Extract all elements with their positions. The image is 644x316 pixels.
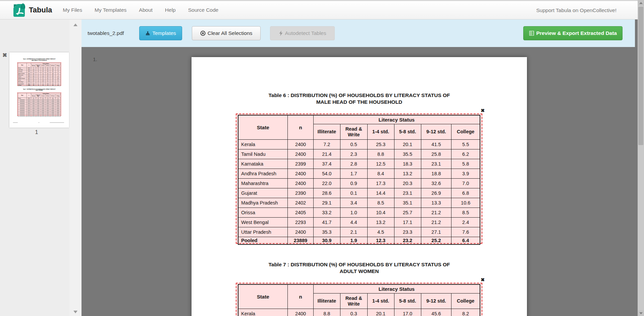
nav-link-source-code[interactable]: Source Code xyxy=(188,7,218,13)
table6-title-line1: Table 6 : DISTRIBUTION (%) OF HOUSEHOLDS… xyxy=(192,92,527,99)
table-row: Andhra Pradesh240054.01.78.413.218.83.9 xyxy=(238,169,480,179)
pdf-viewer: 1. Table 6 : DISTRIBUTION (%) OF HOUSEHO… xyxy=(82,47,638,316)
table6-title: Table 6 : DISTRIBUTION (%) OF HOUSEHOLDS… xyxy=(9,59,69,61)
table6-selection-box[interactable]: ✖ StatenLiteracy StatusIlliterateRead & … xyxy=(236,114,482,244)
clear-all-selections-button[interactable]: Clear All Selections xyxy=(192,26,261,40)
sidebar-scroll-down-icon[interactable] xyxy=(73,311,77,313)
remove-selection-icon[interactable]: ✖ xyxy=(481,108,485,113)
table7: StatenLiteracy StatusIlliterateRead & Wr… xyxy=(238,284,480,316)
table7: StatenLiteracy StatusIlliterateRead & Wr… xyxy=(18,93,61,117)
table-row: Gujarat239028.60.114.423.126.96.8 xyxy=(238,188,480,198)
table-list-icon xyxy=(529,31,534,36)
templates-button[interactable]: Templates xyxy=(139,26,182,40)
table-row: West Bengal229341.74.413.217.121.22.4 xyxy=(238,218,480,227)
export-button-label: Preview & Export Extracted Data xyxy=(536,30,617,36)
scroll-down-button[interactable] xyxy=(638,310,644,316)
footer-text-left xyxy=(13,122,18,123)
footer-text-center xyxy=(39,122,40,123)
page-list-marker: 1. xyxy=(93,56,97,62)
table7-title-line2: ADULT WOMEN xyxy=(192,268,527,275)
sidebar: ✖ Table 6 : DISTRIBUTION (%) OF HOUSEHOL… xyxy=(0,19,69,316)
scroll-down-icon xyxy=(639,312,643,314)
main-panel: twotables_2.pdf Templates Clear All Sele… xyxy=(82,19,638,316)
support-opencollective-link[interactable]: Support Tabula on OpenCollective! xyxy=(536,1,616,19)
circle-x-icon xyxy=(200,31,206,36)
nav-link-help[interactable]: Help xyxy=(165,7,176,13)
table-row: Uttar Pradesh240035.32.14.523.327.17.6 xyxy=(238,227,480,237)
table-row: Kerala24008.80.320.117.045.68.2 xyxy=(238,309,480,316)
pdf-page[interactable]: Table 6 : DISTRIBUTION (%) OF HOUSEHOLDS… xyxy=(192,57,527,316)
scroll-up-icon xyxy=(639,2,643,4)
table-row: Pooled2388930.91.912.323.225.26.4 xyxy=(238,237,480,244)
table-row: Kerala24007.20.525.320.141.55.5 xyxy=(238,140,480,149)
table-row xyxy=(18,115,60,117)
thumbnail-page-number: 1 xyxy=(9,129,64,135)
table-row: Maharashtra240022.00.917.320.332.67.0 xyxy=(238,179,480,188)
nav-link-about[interactable]: About xyxy=(139,7,153,13)
toolbar: twotables_2.pdf Templates Clear All Sele… xyxy=(82,19,635,47)
pdf-page-surface: Table 6 : DISTRIBUTION (%) OF HOUSEHOLDS… xyxy=(9,52,69,128)
table7-title-line1: Table 7 : DISTRIBUTION (%) OF HOUSEHOLDS… xyxy=(192,261,527,268)
close-page-icon[interactable]: ✖ xyxy=(2,52,7,58)
page-footer xyxy=(9,122,69,123)
table6: StatenLiteracy StatusIlliterateRead & Wr… xyxy=(18,63,61,86)
document-filename: twotables_2.pdf xyxy=(88,30,129,36)
navbar: Tabula My Files My Templates About Help … xyxy=(0,1,638,19)
tabula-pdf-logo-icon xyxy=(13,3,26,17)
scrollbar-thumb[interactable] xyxy=(638,7,643,145)
sidebar-scroll-up-icon[interactable] xyxy=(73,24,77,26)
brand-title: Tabula xyxy=(29,6,52,14)
preview-export-button[interactable]: Preview & Export Extracted Data xyxy=(523,26,623,40)
table-row: Orissa240533.21.010.425.721.28.5 xyxy=(238,208,480,218)
table7-title: Table 7 : DISTRIBUTION (%) OF HOUSEHOLDS… xyxy=(192,261,527,275)
remove-selection-icon[interactable]: ✖ xyxy=(481,277,485,282)
table6-title-line2: MALE HEAD OF THE HOUSEHOLD xyxy=(9,60,69,61)
table7-selection-box[interactable]: ✖ StatenLiteracy StatusIlliterateRead & … xyxy=(17,93,61,116)
nav-link-my-files[interactable]: My Files xyxy=(63,7,82,13)
autodetect-tables-button[interactable]: Autodetect Tables xyxy=(270,26,335,40)
table-row: Madhya Pradesh240229.13.48.535.113.310.6 xyxy=(238,198,480,208)
tabula-app-window: Tabula My Files My Templates About Help … xyxy=(0,0,644,316)
table7-selection-box[interactable]: ✖ StatenLiteracy StatusIlliterateRead & … xyxy=(236,283,482,316)
table6-title-line2: MALE HEAD OF THE HOUSEHOLD xyxy=(192,99,527,105)
table-row: Karnataka239937.42.812.518.323.15.8 xyxy=(238,159,480,169)
page-thumbnail[interactable]: Table 6 : DISTRIBUTION (%) OF HOUSEHOLDS… xyxy=(9,52,69,128)
footer-text-right xyxy=(50,122,64,123)
clear-button-label: Clear All Selections xyxy=(208,30,253,36)
table6: StatenLiteracy StatusIlliterateRead & Wr… xyxy=(238,115,480,245)
table6-title: Table 6 : DISTRIBUTION (%) OF HOUSEHOLDS… xyxy=(192,92,527,105)
sidebar-scrollbar[interactable] xyxy=(69,19,82,316)
window-scrollbar[interactable] xyxy=(638,0,644,316)
table-row: Tamil Nadu240021.42.38.835.525.86.2 xyxy=(238,149,480,159)
table-row: Pooled2388930.91.912.323.225.26.4 xyxy=(18,85,60,86)
lightning-icon xyxy=(279,31,283,36)
pdf-page-surface: Table 6 : DISTRIBUTION (%) OF HOUSEHOLDS… xyxy=(192,57,527,316)
nav-link-my-templates[interactable]: My Templates xyxy=(95,7,126,13)
autodetect-button-label: Autodetect Tables xyxy=(285,30,326,36)
table7-title-line2: ADULT WOMEN xyxy=(9,90,69,91)
table6-selection-box[interactable]: ✖ StatenLiteracy StatusIlliterateRead & … xyxy=(17,62,61,86)
stamp-icon xyxy=(145,31,150,36)
table7-title: Table 7 : DISTRIBUTION (%) OF HOUSEHOLDS… xyxy=(9,89,69,91)
scroll-up-button[interactable] xyxy=(638,0,644,6)
templates-button-label: Templates xyxy=(152,30,176,36)
